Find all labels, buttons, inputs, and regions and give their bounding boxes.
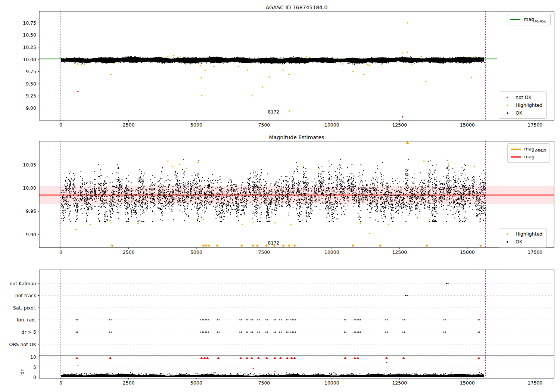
svg-text:15000: 15000 [460, 122, 475, 128]
svg-text:12500: 12500 [392, 249, 407, 255]
svg-text:Ion. rad.: Ion. rad. [17, 317, 36, 323]
legend-label: not OK [516, 94, 531, 100]
orange-dot-swatch [502, 105, 512, 106]
legend-item-mag-agasc: magAGASC [510, 16, 547, 24]
svg-text:not track: not track [15, 293, 37, 298]
svg-text:0: 0 [59, 380, 62, 386]
svg-text:0: 0 [33, 374, 36, 380]
legend-item-highlighted: Highlighted [502, 101, 542, 109]
svg-text:not Kalman: not Kalman [10, 281, 36, 286]
red-line-swatch [511, 156, 521, 158]
legend-label: OK [516, 110, 522, 116]
orange-line-swatch [511, 149, 521, 150]
svg-text:OBS not OK: OBS not OK [9, 342, 36, 347]
svg-text:5000: 5000 [190, 122, 202, 128]
svg-text:9.50: 9.50 [26, 81, 36, 87]
svg-text:10.25: 10.25 [23, 44, 36, 50]
svg-text:12500: 12500 [392, 380, 407, 386]
legend-item-highlighted: Highlighted [502, 230, 542, 238]
svg-text:10.05: 10.05 [23, 162, 36, 168]
legend-label: mag [524, 154, 535, 161]
legend-item-ok: OK [502, 238, 542, 246]
legend-label: OK [516, 239, 522, 245]
svg-text:10.00: 10.00 [23, 185, 36, 191]
panel1-title: AGASC ID 768745184.0 [39, 4, 554, 10]
plots-canvas: 0250050007500100001250015000175000250050… [0, 0, 560, 392]
legend-label: Highlighted [516, 102, 542, 108]
svg-text:15000: 15000 [460, 249, 475, 255]
svg-text:10000: 10000 [324, 380, 339, 386]
svg-text:0: 0 [59, 249, 62, 255]
svg-text:9.75: 9.75 [26, 69, 36, 74]
panel1-obsid-annotation: 8172 [268, 109, 280, 115]
svg-text:10.75: 10.75 [23, 20, 36, 26]
figure: 0250050007500100001250015000175000250050… [0, 0, 560, 392]
svg-text:5000: 5000 [190, 249, 202, 255]
svg-text:17500: 17500 [528, 249, 542, 255]
svg-text:10000: 10000 [324, 122, 339, 128]
panel1-line-legend: magAGASC [507, 14, 551, 25]
black-dot-swatch [502, 241, 512, 243]
green-line-swatch [510, 19, 520, 20]
red-dot-swatch [502, 97, 512, 98]
panel2-marker-legend: Highlighted OK [499, 228, 547, 248]
svg-text:7500: 7500 [258, 122, 270, 128]
svg-text:10.50: 10.50 [23, 32, 36, 38]
legend-label: Highlighted [516, 231, 542, 237]
legend-item-mag: mag [511, 153, 546, 161]
svg-text:0: 0 [59, 122, 62, 128]
svg-text:17500: 17500 [528, 380, 542, 386]
svg-text:10: 10 [30, 354, 36, 360]
black-dot-swatch [502, 112, 512, 114]
legend-item-ok: OK [502, 109, 542, 117]
svg-text:9.90: 9.90 [26, 232, 36, 237]
svg-text:9.25: 9.25 [26, 93, 36, 99]
svg-text:15000: 15000 [460, 380, 475, 386]
svg-text:dr: dr [19, 369, 25, 374]
svg-text:2500: 2500 [123, 122, 135, 128]
svg-text:2500: 2500 [123, 380, 135, 386]
svg-text:dr > 5: dr > 5 [22, 329, 36, 335]
svg-text:17500: 17500 [528, 122, 542, 128]
svg-text:5: 5 [33, 364, 36, 370]
legend-label: magAGASC [524, 16, 547, 23]
svg-text:Sat. pixel.: Sat. pixel. [13, 305, 36, 311]
panel2-line-legend: magOBSID mag [507, 143, 550, 163]
panel1-marker-legend: not OK Highlighted OK [499, 91, 547, 119]
svg-text:7500: 7500 [258, 249, 270, 255]
legend-item-mag-obsid: magOBSID [511, 145, 546, 153]
legend-label: magOBSID [524, 146, 546, 153]
orange-dot-swatch [502, 233, 512, 235]
svg-text:10.00: 10.00 [23, 57, 36, 62]
svg-text:9.95: 9.95 [26, 208, 36, 214]
svg-text:12500: 12500 [392, 122, 407, 128]
svg-text:2500: 2500 [123, 249, 135, 255]
svg-text:7500: 7500 [258, 380, 270, 386]
svg-text:9.00: 9.00 [26, 105, 36, 111]
legend-item-not-ok: not OK [502, 93, 542, 101]
panel2-title: Magnitude Estimates [39, 134, 554, 140]
svg-text:5000: 5000 [190, 380, 202, 386]
panel2-obsid-annotation: 8172 [268, 240, 280, 246]
svg-text:10000: 10000 [324, 249, 339, 255]
